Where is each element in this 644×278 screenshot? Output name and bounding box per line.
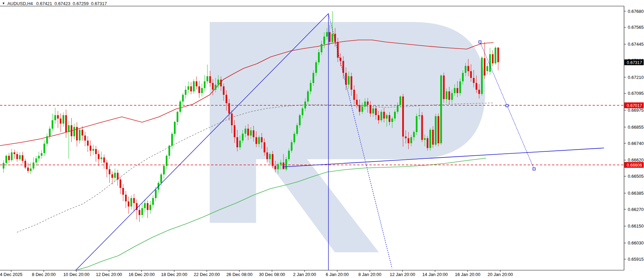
bull-candle [201,88,203,93]
ohlc-close: 0.67317 [91,1,107,6]
bear-candle [228,103,230,113]
ohlc-open: 0.67421 [36,1,52,6]
bull-candle [304,102,306,108]
y-axis-label: 0.65915 [628,257,644,262]
bull-candle [291,142,293,151]
trendline-anchor-marker[interactable] [533,168,535,170]
bull-candle [481,58,483,94]
bear-candle [402,97,404,136]
bull-candle [302,108,303,115]
bull-candle [486,66,488,71]
bull-candle [171,134,173,146]
bear-candle [87,141,89,146]
chart-dropdown-icon[interactable]: ▼ [2,2,5,5]
bull-candle [32,163,34,169]
bear-candle [106,163,108,169]
bull-candle [277,164,279,169]
bull-candle [288,151,290,159]
y-axis-label: 0.66030 [628,240,644,245]
bull-candle [424,138,426,140]
bear-candle [60,119,62,124]
bear-candle [378,115,380,120]
bear-candle [212,83,214,90]
bear-candle [120,179,121,188]
bear-candle [492,54,493,63]
bear-candle [16,154,18,159]
bear-candle [389,115,390,122]
x-axis-label: 18 Dec 20:00 [161,272,187,277]
bull-candle [49,129,51,136]
bear-candle [147,203,148,210]
price-tag-value: 0.66606 [627,163,642,168]
bull-candle [92,149,94,151]
trendline-anchor-marker[interactable] [479,41,481,43]
bear-candle [223,86,225,95]
price-chart[interactable]: 0.676800.675650.674450.673300.672100.670… [0,0,644,278]
bear-candle [359,105,361,112]
bull-candle [410,137,412,143]
bull-candle [313,73,314,83]
x-axis-label: 4 Dec 2025 [0,272,22,277]
chart-window: 0.676800.675650.674450.673300.672100.670… [0,0,644,278]
bear-candle [82,130,83,135]
bear-candle [484,58,485,76]
bull-candle [207,76,208,81]
x-axis-label: 6 Jan 20:00 [326,272,349,277]
bull-candle [250,130,252,135]
bear-candle [8,156,10,160]
bear-candle [272,154,274,166]
bull-candle [307,91,309,102]
bear-candle [427,138,429,148]
bull-candle [280,163,282,164]
bear-candle [76,127,78,141]
bull-candle [239,141,241,147]
x-axis-label: 8 Jan 20:00 [358,272,381,277]
bull-candle [315,62,317,73]
bear-candle [196,81,198,86]
bull-candle [326,32,328,37]
price-tag-value: 0.67017 [627,103,642,108]
broker-watermark-letter-R [210,22,485,252]
bear-candle [90,146,91,151]
bear-candle [190,86,192,91]
bull-candle [258,137,260,144]
bear-candle [448,91,450,100]
bear-candle [478,90,480,94]
bear-candle [117,173,119,179]
bull-candle [397,105,398,112]
bull-candle [399,97,401,105]
bear-candle [337,42,339,58]
bear-candle [443,76,445,99]
bear-candle [432,130,434,145]
bear-candle [408,138,409,143]
bull-candle [323,37,325,44]
bull-candle [19,155,21,159]
bull-candle [141,208,143,215]
bull-candle [5,156,7,163]
bull-candle [150,205,151,210]
y-axis-label: 0.67680 [628,9,644,14]
bull-candle [391,119,393,122]
bull-candle [446,91,447,99]
bear-candle [405,136,407,138]
bear-candle [65,115,67,132]
bull-candle [100,157,102,159]
bull-candle [459,81,461,93]
bear-candle [209,76,211,83]
chart-title-bar: ▼ AUDUSD,H4 0.67421 0.67423 0.67259 0.67… [2,1,109,6]
x-axis-label: 16 Jan 20:00 [455,272,480,277]
bear-candle [122,188,124,195]
bull-candle [3,163,4,169]
trendline-anchor-marker[interactable] [506,105,508,107]
bear-candle [247,129,249,135]
x-axis-label: 12 Dec 20:00 [96,272,122,277]
bull-candle [294,134,295,142]
bull-candle [204,81,206,88]
x-axis-label: 16 Dec 20:00 [129,272,155,277]
bull-candle [46,136,48,144]
bull-candle [155,190,157,198]
bear-candle [457,88,458,93]
bull-candle [114,173,116,178]
bull-candle [331,34,333,42]
bear-candle [103,157,105,163]
